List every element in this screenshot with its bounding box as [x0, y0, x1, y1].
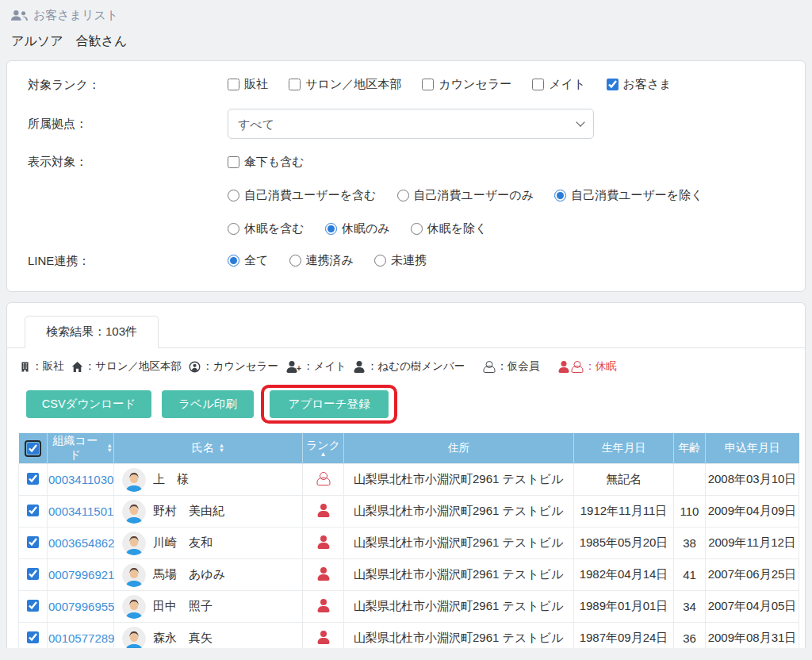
checkbox-umbrella[interactable]: 傘下も含む	[228, 155, 304, 170]
checkbox-hansha-input[interactable]	[228, 79, 239, 90]
birth-cell: 1982年04月14日	[574, 559, 674, 591]
address-cell: 山梨県北杜市小淵沢町2961 テストビル	[344, 591, 574, 623]
checkbox-salon-input[interactable]	[289, 79, 301, 90]
checkbox-salon[interactable]: サロン／地区本部	[289, 77, 401, 92]
users-icon	[11, 10, 28, 21]
applied-cell: 2007年04月05日	[706, 591, 799, 623]
row-checkbox[interactable]	[27, 631, 39, 643]
radio-self-include-input[interactable]	[228, 190, 239, 201]
row-checkbox[interactable]	[27, 600, 39, 612]
radio-dormant-exclude[interactable]: 休眠を除く	[411, 221, 488, 236]
radio-dormant-include-input[interactable]	[228, 223, 239, 235]
select-all-checkbox[interactable]	[27, 443, 39, 455]
legend-counselor: ：カウンセラー	[189, 359, 278, 374]
table-row: 0003654862 川崎 友和 山梨県北杜市小淵沢町2961 テストビル 19…	[19, 528, 799, 559]
checkbox-customer[interactable]: お客さま	[607, 77, 672, 92]
radio-line-all[interactable]: 全て	[228, 253, 268, 268]
rank-icon	[316, 472, 330, 485]
umbrella-checkbox-row: 傘下も含む	[228, 155, 721, 171]
org-code-link[interactable]: 0010577289	[48, 631, 114, 645]
header-name[interactable]: 氏名	[114, 433, 303, 464]
legend-temp-member: ：仮会員	[483, 359, 539, 374]
customer-name: 田中 照子	[153, 599, 213, 614]
checkbox-counselor[interactable]: カウンセラー	[422, 77, 511, 92]
radio-self-include[interactable]: 自己消費ユーザーを含む	[228, 188, 376, 203]
checkbox-label: カウンセラー	[439, 77, 511, 92]
header-rank[interactable]: ランク	[303, 433, 344, 464]
radio-self-only-input[interactable]	[397, 190, 409, 201]
radio-label: 全て	[244, 253, 268, 268]
row-checkbox[interactable]	[27, 473, 39, 485]
age-cell: 110	[674, 496, 706, 528]
org-code-link[interactable]: 0007996921	[48, 568, 114, 581]
checkbox-counselor-input[interactable]	[422, 79, 434, 90]
radio-dormant-exclude-input[interactable]	[411, 223, 423, 235]
header-address: 住所	[344, 433, 574, 464]
birth-cell: 無記名	[574, 464, 674, 496]
legend: ：販社 ：サロン／地区本部 ：カウンセラー + ：メイト ：ねむの樹メンバー ：…	[7, 348, 805, 377]
checkbox-customer-input[interactable]	[607, 79, 619, 90]
user-plus-icon: +	[285, 361, 301, 373]
legend-hansha: ：販社	[20, 359, 64, 374]
csv-download-button[interactable]: CSVダウンロード	[26, 390, 151, 418]
line-filter-label: LINE連携：	[20, 254, 228, 269]
approach-register-button[interactable]: アプローチ登録	[270, 390, 389, 418]
radio-dormant-only[interactable]: 休眠のみ	[325, 221, 390, 236]
applied-cell: 2007年06月25日	[706, 559, 799, 591]
checkbox-mate-input[interactable]	[532, 79, 544, 90]
checkbox-hansha[interactable]: 販社	[228, 77, 268, 92]
header-code[interactable]: 組織コード	[48, 433, 114, 464]
rank-icon	[316, 504, 330, 517]
row-checkbox[interactable]	[27, 536, 39, 548]
radio-line-all-input[interactable]	[228, 255, 239, 267]
birth-cell: 1912年11月11日	[574, 496, 674, 528]
radio-line-linked[interactable]: 連携済み	[289, 253, 354, 268]
avatar	[122, 627, 146, 649]
rank-filter-label: 対象ランク：	[20, 78, 228, 93]
row-checkbox[interactable]	[27, 568, 39, 580]
radio-label: 休眠を含む	[244, 221, 304, 236]
age-cell: 36	[674, 623, 706, 649]
row-checkbox[interactable]	[27, 505, 39, 516]
radio-dormant-include[interactable]: 休眠を含む	[228, 221, 304, 236]
org-code-link[interactable]: 0003411030	[48, 473, 113, 486]
applied-cell: 2008年03月10日	[706, 464, 799, 496]
table-row: 0007996955 田中 照子 山梨県北杜市小淵沢町2961 テストビル 19…	[19, 591, 799, 623]
base-select[interactable]: すべて	[228, 109, 594, 139]
applied-cell: 2009年11月12日	[706, 528, 799, 559]
radio-self-exclude-input[interactable]	[554, 190, 566, 201]
radio-self-exclude[interactable]: 自己消費ユーザーを除く	[554, 188, 703, 203]
table-row: 0007996921 馬場 あゆみ 山梨県北杜市小淵沢町2961 テストビル 1…	[19, 559, 799, 591]
birth-cell: 1985年05月20日	[574, 528, 674, 559]
results-table: 組織コード 氏名 ランク 住所 生年月日 年齢 申込年月日 0003411030…	[18, 433, 799, 648]
label-print-button[interactable]: ラベル印刷	[162, 390, 254, 418]
user-red-outline-icon	[571, 361, 583, 373]
sort-icon	[107, 443, 113, 454]
checkbox-label: 傘下も含む	[244, 155, 304, 170]
home-icon	[71, 361, 83, 373]
customer-name: 森永 真矢	[153, 631, 213, 646]
avatar	[122, 468, 146, 492]
radio-self-only[interactable]: 自己消費ユーザーのみ	[397, 188, 534, 203]
user-outline-icon	[483, 361, 495, 373]
org-code-link[interactable]: 0003654862	[48, 536, 114, 550]
checkbox-label: メイト	[549, 77, 585, 92]
org-code-link[interactable]: 0003411501	[48, 505, 113, 518]
radio-label: 未連携	[391, 253, 427, 268]
radio-line-linked-input[interactable]	[289, 255, 301, 267]
radio-dormant-only-input[interactable]	[325, 223, 337, 235]
tab-search-results[interactable]: 検索結果：103件	[25, 316, 159, 348]
age-cell: 41	[674, 559, 706, 591]
checkbox-mate[interactable]: メイト	[532, 77, 585, 92]
radio-line-unlinked[interactable]: 未連携	[374, 253, 427, 268]
radio-label: 自己消費ユーザーを含む	[244, 188, 376, 203]
customer-name: 上 様	[153, 472, 189, 487]
filter-row-display: 表示対象： 傘下も含む 自己消費ユーザーを含む 自己消費ユーザーのみ 自己消費ユ…	[20, 155, 792, 237]
filter-panel: 対象ランク： 販社 サロン／地区本部 カウンセラー メイト お客さま 所属拠点：	[6, 60, 806, 292]
radio-line-unlinked-input[interactable]	[374, 255, 386, 267]
checkbox-umbrella-input[interactable]	[228, 156, 239, 168]
table-row: 0003411030 上 様 山梨県北杜市小淵沢町2961 テストビル 無記名 …	[19, 464, 799, 496]
select-all-header	[19, 433, 48, 464]
org-code-link[interactable]: 0007996955	[48, 600, 114, 613]
table-row: 0003411501 野村 美由紀 山梨県北杜市小淵沢町2961 テストビル 1…	[19, 496, 799, 528]
